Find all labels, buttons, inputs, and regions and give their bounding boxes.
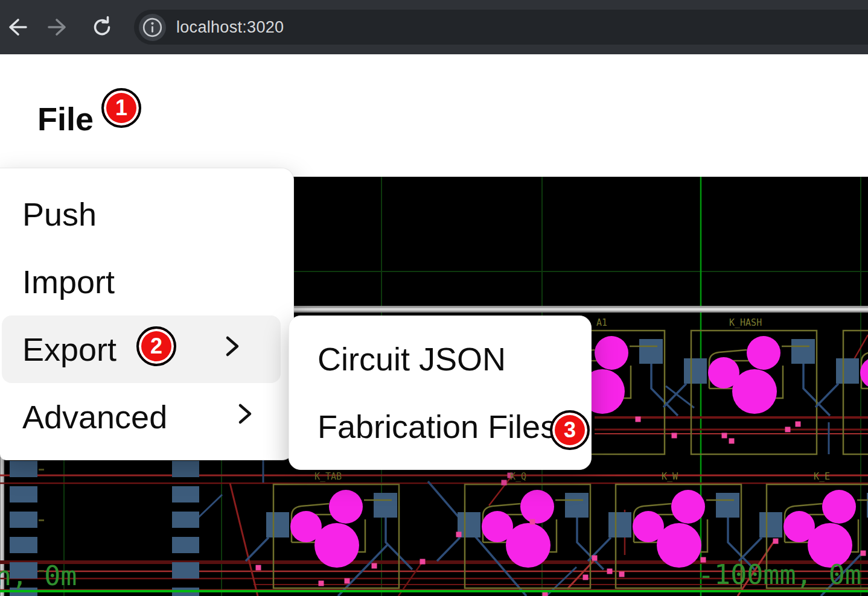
coordinate-label-right: -100mm, 0m — [698, 559, 861, 591]
menu-item-import[interactable]: Import — [0, 248, 293, 315]
label-a1: A1 — [596, 317, 607, 328]
export-submenu: Circuit JSON Fabrication Files — [289, 315, 592, 470]
menu-item-label: Push — [22, 195, 97, 233]
submenu-item-label: Circuit JSON — [318, 340, 506, 378]
file-dropdown-menu: Push Import Export Advanced — [0, 168, 294, 460]
back-arrow-icon — [4, 14, 29, 40]
badge-number: 1 — [115, 95, 127, 121]
menu-item-label: Import — [22, 263, 115, 300]
menu-item-label: Advanced — [22, 398, 167, 436]
chevron-right-icon — [237, 398, 253, 436]
url-text: localhost:3020 — [176, 10, 284, 45]
submenu-item-label: Fabrication Files — [318, 408, 557, 445]
submenu-item-circuit-json[interactable]: Circuit JSON — [289, 325, 591, 393]
label-k-tab: K_TAB — [314, 471, 342, 482]
label-k-e: K_E — [814, 471, 830, 482]
chevron-right-icon — [225, 331, 240, 368]
menu-item-label: Export — [22, 331, 116, 368]
forward-button[interactable] — [45, 14, 72, 40]
screen: K_TAB K_Q K_W K_E A1 K_HASH n, 0m -100mm… — [0, 0, 868, 596]
annotation-badge-2: 2 — [136, 326, 176, 366]
reload-icon — [89, 14, 115, 40]
coordinate-label-left: n, 0m — [0, 560, 77, 592]
badge-number: 2 — [150, 334, 162, 359]
label-k-w: K_W — [662, 471, 678, 482]
reload-button[interactable] — [89, 14, 115, 40]
annotation-badge-1: 1 — [101, 88, 141, 128]
menu-item-push[interactable]: Push — [0, 180, 293, 248]
browser-toolbar: localhost:3020 — [0, 0, 868, 54]
file-menu-trigger[interactable]: File — [37, 100, 94, 138]
site-info-button[interactable] — [139, 14, 166, 41]
label-k-hash: K_HASH — [729, 317, 762, 328]
forward-arrow-icon — [46, 14, 71, 40]
url-bar[interactable]: localhost:3020 — [134, 10, 868, 45]
menu-item-advanced[interactable]: Advanced — [0, 383, 293, 451]
back-button[interactable] — [3, 14, 30, 40]
info-icon — [139, 14, 166, 41]
submenu-item-fabrication-files[interactable]: Fabrication Files — [289, 393, 591, 460]
label-k-q: K_Q — [510, 471, 526, 482]
annotation-badge-3: 3 — [550, 410, 590, 450]
badge-number: 3 — [564, 417, 576, 443]
